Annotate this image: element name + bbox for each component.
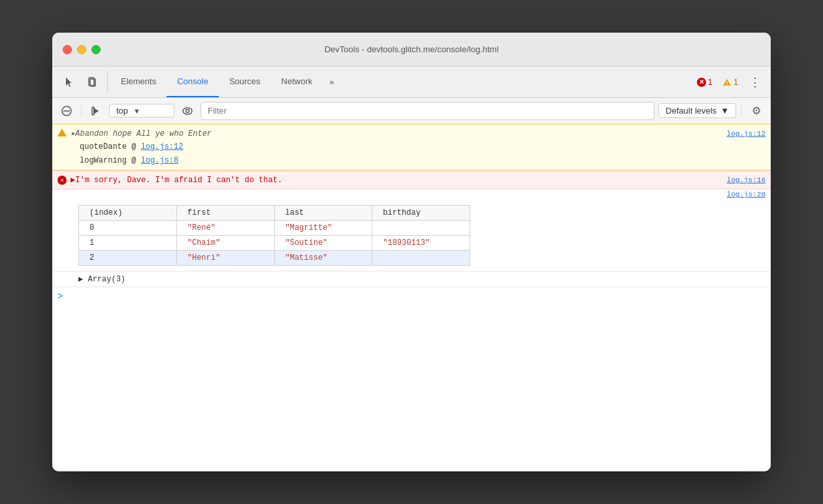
table-header-last: last: [274, 206, 372, 221]
devtools-body: Elements Console Sources Network » ✕ 1: [52, 67, 771, 471]
svg-text:!: !: [726, 80, 728, 86]
cell-last-1: "Soutine": [274, 236, 372, 251]
warning-source-link-1[interactable]: log.js:12: [727, 128, 766, 140]
table-source-link[interactable]: log.js:20: [727, 191, 766, 198]
more-options-button[interactable]: ⋮: [745, 72, 766, 93]
tab-separator: [107, 72, 108, 92]
quote-dante-link[interactable]: log.js:12: [141, 142, 184, 151]
console-prompt[interactable]: >: [52, 287, 771, 306]
traffic-lights: [63, 45, 101, 54]
mobile-icon-button[interactable]: [81, 67, 105, 97]
cell-index-0: 0: [79, 221, 177, 236]
cell-first-1: "Chaim": [176, 236, 274, 251]
levels-arrow-icon: ▼: [720, 106, 729, 116]
error-message: ▶I'm sorry, Dave. I'm afraid I can't do …: [71, 175, 282, 185]
cell-first-2: "Henri": [176, 251, 274, 266]
warn-count-badge[interactable]: ! 1: [718, 76, 742, 88]
prompt-symbol: >: [57, 291, 63, 302]
title-bar: DevTools - devtools.glitch.me/console/lo…: [52, 33, 771, 67]
svg-rect-7: [92, 107, 94, 115]
console-data-table: (index) first last birthday 0 "René" "Ma…: [78, 205, 470, 266]
cell-index-1: 1: [79, 236, 177, 251]
error-source-link[interactable]: log.js:16: [727, 176, 766, 184]
settings-button[interactable]: ⚙: [747, 102, 766, 120]
cursor-icon-button[interactable]: [57, 67, 81, 97]
tab-elements[interactable]: Elements: [110, 67, 167, 97]
warning-triangle-icon: [57, 129, 67, 136]
tab-network[interactable]: Network: [271, 67, 323, 97]
tab-console[interactable]: Console: [167, 67, 219, 97]
array-expand-icon: ▶: [78, 275, 83, 284]
devtools-tabs-bar: Elements Console Sources Network » ✕ 1: [52, 67, 771, 98]
warning-log-line-2: quoteDante @ log.js:12: [71, 140, 766, 153]
minimize-button[interactable]: [77, 45, 86, 54]
table-row: 1 "Chaim" "Soutine" "18930113": [79, 236, 470, 251]
preserve-log-button[interactable]: [178, 102, 197, 120]
toolbar-separator-1: [81, 104, 82, 118]
filter-input[interactable]: [201, 102, 654, 120]
error-circle-icon: ✕: [57, 176, 67, 185]
error-log-block: ✕ ▶I'm sorry, Dave. I'm afraid I can't d…: [52, 170, 771, 189]
warning-log-line-3: logWarning @ log.js:8: [71, 154, 766, 167]
eye-icon: [182, 107, 193, 115]
context-arrow-icon: ▼: [133, 107, 140, 115]
console-output: ▸Abandon hope All ye who Enter log.js:12…: [52, 124, 771, 471]
devtools-window: DevTools - devtools.glitch.me/console/lo…: [52, 33, 771, 471]
play-icon: [91, 106, 101, 116]
context-selector[interactable]: top ▼: [109, 104, 174, 118]
table-header-index: (index): [79, 206, 177, 221]
execute-button[interactable]: [87, 102, 105, 120]
cell-birthday-2: [372, 251, 470, 266]
maximize-button[interactable]: [91, 45, 101, 54]
clear-console-button[interactable]: [57, 102, 76, 120]
svg-point-8: [183, 108, 192, 114]
svg-point-9: [186, 109, 189, 112]
log-warning-link[interactable]: log.js:8: [141, 156, 179, 165]
table-row: 0 "René" "Magritte": [79, 221, 470, 236]
cell-last-0: "Magritte": [274, 221, 372, 236]
cell-birthday-0: [372, 221, 470, 236]
table-source-line: log.js:20: [52, 189, 771, 200]
close-button[interactable]: [63, 45, 72, 54]
error-count-badge[interactable]: ✕ 1: [693, 76, 717, 88]
cell-birthday-1: "18930113": [372, 236, 470, 251]
table-row: 2 "Henri" "Matisse": [79, 251, 470, 266]
table-header-first: first: [176, 206, 274, 221]
table-header-row: (index) first last birthday: [79, 206, 470, 221]
warning-text-1: ▸Abandon hope All ye who Enter: [71, 127, 212, 140]
warning-triangle-icon: !: [722, 78, 732, 86]
error-icon: ✕: [697, 78, 706, 87]
table-header-birthday: birthday: [372, 206, 470, 221]
warning-log-line-1: ▸Abandon hope All ye who Enter log.js:12: [71, 127, 766, 140]
more-tabs-button[interactable]: »: [323, 67, 340, 97]
toolbar-separator-2: [741, 104, 742, 118]
warning-log-block: ▸Abandon hope All ye who Enter log.js:12…: [52, 124, 771, 170]
window-title: DevTools - devtools.glitch.me/console/lo…: [325, 44, 499, 54]
cell-last-2: "Matisse": [274, 251, 372, 266]
cell-first-0: "René": [176, 221, 274, 236]
array-log-line[interactable]: ▶ Array(3): [52, 272, 771, 287]
cell-index-2: 2: [79, 251, 177, 266]
tabs-right-area: ✕ 1 ! 1 ⋮: [693, 67, 766, 97]
console-table-area: (index) first last birthday 0 "René" "Ma…: [52, 200, 771, 272]
console-toolbar: top ▼ Default levels ▼ ⚙: [52, 98, 771, 124]
clear-icon: [61, 106, 72, 116]
log-levels-button[interactable]: Default levels ▼: [658, 103, 736, 118]
tab-sources[interactable]: Sources: [219, 67, 271, 97]
